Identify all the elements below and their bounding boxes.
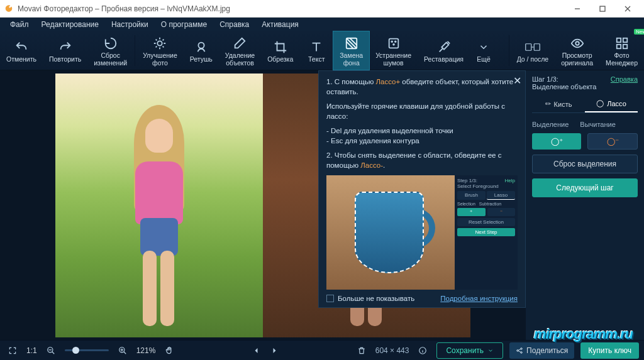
lasso-minus-link[interactable]: Лассо-: [360, 161, 383, 169]
tool-tabs: ✏Кисть ◯Лассо: [532, 95, 638, 113]
image-dimensions: 604 × 443: [375, 346, 409, 355]
panel-help-link[interactable]: Справка: [611, 75, 638, 83]
brush-icon: ✏: [545, 100, 551, 108]
popup-mini-panel: Step 1/3:Select ForegroundHelp BrushLass…: [455, 175, 518, 290]
canvas-area[interactable]: ✕ 1. С помощью Лассо+ обведите объект, к…: [0, 70, 526, 340]
lasso-subtract-button[interactable]: ◯⁻: [587, 133, 638, 150]
background-change-button[interactable]: Замена фона: [333, 31, 369, 70]
svg-point-4: [158, 41, 162, 45]
reset-icon: [103, 36, 118, 51]
hand-tool-button[interactable]: [162, 343, 177, 358]
reset-selection-button[interactable]: Сброс выделения: [532, 155, 638, 173]
popup-text: - Esc для удаления контура: [326, 136, 518, 146]
object-removal-button[interactable]: Удаление объектов: [219, 31, 261, 70]
chevron-down-icon: [476, 40, 491, 55]
popup-text: 2. Чтобы снять выделение с области, обве…: [326, 151, 518, 170]
undo-icon: [14, 40, 29, 55]
fullscreen-button[interactable]: [5, 343, 20, 358]
zoom-slider[interactable]: [65, 349, 109, 351]
more-tools-button[interactable]: Ещё: [470, 31, 497, 70]
step-header: Шаг 1/3:Выделение объекта: [532, 75, 596, 90]
window-minimize-button[interactable]: [565, 0, 590, 18]
enhance-button[interactable]: Улучшение фото: [136, 31, 184, 70]
menu-help[interactable]: Справка: [213, 19, 255, 30]
restore-icon: [436, 40, 452, 55]
window-title: Movavi Фоторедактор – Пробная версия – I…: [18, 4, 565, 13]
status-bar: 1:1 121% 604 × 443 Сохранить Поделиться …: [0, 340, 644, 360]
zoom-out-button[interactable]: [43, 343, 58, 358]
crop-icon: [273, 40, 288, 55]
svg-rect-14: [616, 38, 620, 42]
undo-button[interactable]: Отменить: [0, 31, 43, 70]
lasso-add-button[interactable]: ◯⁺: [532, 133, 581, 150]
eye-icon: [570, 36, 585, 51]
prev-image-button[interactable]: [249, 343, 264, 358]
buy-key-button[interactable]: Купить ключ: [580, 342, 639, 359]
app-icon: [4, 4, 14, 14]
eraser-icon: [232, 36, 247, 51]
toolbar: Отменить Повторить Сброс изменений Улучш…: [0, 31, 644, 70]
popup-text: - Del для удаления выделенной точки: [326, 126, 518, 136]
enhance-icon: [152, 36, 167, 51]
restore-button[interactable]: Реставрация: [418, 31, 470, 70]
svg-point-8: [391, 41, 392, 42]
before-after-button[interactable]: До / после: [511, 31, 555, 70]
main-area: ✕ 1. С помощью Лассо+ обведите объект, к…: [0, 70, 644, 340]
text-icon: [309, 40, 324, 55]
menu-about[interactable]: О программе: [155, 19, 213, 30]
lasso-plus-link[interactable]: Лассо+: [375, 78, 400, 85]
redo-icon: [58, 40, 73, 55]
reset-changes-button[interactable]: Сброс изменений: [87, 31, 133, 70]
next-step-button[interactable]: Следующий шаг: [532, 178, 638, 197]
svg-point-5: [198, 42, 204, 48]
next-image-button[interactable]: [267, 343, 282, 358]
denoise-icon: [386, 36, 401, 51]
new-badge: New: [634, 29, 644, 35]
lasso-plus-icon: ◯⁺: [551, 137, 563, 146]
zoom-value: 121%: [136, 346, 156, 355]
menu-bar: Файл Редактирование Настройки О программ…: [0, 18, 644, 31]
view-original-button[interactable]: Просмотр оригинала: [555, 31, 599, 70]
svg-rect-15: [623, 38, 626, 42]
popup-text: Используйте горячие клавиши для удобной …: [326, 102, 518, 121]
menu-activation[interactable]: Активация: [255, 19, 305, 30]
crop-button[interactable]: Обрезка: [261, 31, 299, 70]
background-change-icon: [344, 36, 359, 51]
svg-point-10: [393, 44, 394, 45]
scale-1to1-button[interactable]: 1:1: [26, 346, 37, 355]
svg-rect-11: [526, 43, 531, 50]
save-button[interactable]: Сохранить: [436, 342, 503, 359]
delete-button[interactable]: [354, 343, 369, 358]
menu-edit[interactable]: Редактирование: [35, 19, 105, 30]
share-button[interactable]: Поделиться: [509, 342, 574, 359]
tab-lasso[interactable]: ◯Лассо: [585, 95, 638, 112]
popup-text: 1. С помощью Лассо+ обведите объект, кот…: [326, 77, 518, 97]
menu-settings[interactable]: Настройки: [105, 19, 155, 30]
svg-rect-17: [623, 45, 626, 48]
popup-close-button[interactable]: ✕: [513, 75, 521, 87]
window-maximize-button[interactable]: [590, 0, 615, 18]
lasso-minus-icon: ◯⁻: [607, 137, 619, 146]
text-button[interactable]: Текст: [299, 31, 333, 70]
svg-point-9: [394, 41, 396, 42]
window-close-button[interactable]: [615, 0, 640, 18]
dont-show-checkbox[interactable]: [326, 295, 334, 302]
cup-illustration: [343, 185, 438, 280]
info-button[interactable]: [415, 343, 430, 358]
zoom-in-button[interactable]: [115, 343, 130, 358]
dont-show-label: Больше не показывать: [338, 295, 414, 302]
grid-icon: [614, 36, 630, 51]
details-link[interactable]: Подробная инструкция: [440, 295, 518, 302]
denoise-button[interactable]: Устранение шумов: [369, 31, 418, 70]
menu-file[interactable]: Файл: [4, 19, 35, 30]
svg-rect-12: [534, 43, 540, 50]
redo-button[interactable]: Повторить: [43, 31, 87, 70]
svg-point-13: [575, 41, 579, 45]
side-panel: Шаг 1/3:Выделение объекта Справка ✏Кисть…: [526, 70, 644, 340]
mode-labels: ВыделениеВычитание: [532, 121, 638, 128]
retouch-button[interactable]: Ретушь: [184, 31, 219, 70]
popup-preview: Step 1/3:Select ForegroundHelp BrushLass…: [326, 175, 518, 290]
tab-brush[interactable]: ✏Кисть: [532, 95, 585, 112]
window-titlebar: Movavi Фоторедактор – Пробная версия – I…: [0, 0, 644, 18]
photo-manager-button[interactable]: New Фото Менеджер: [599, 31, 644, 70]
